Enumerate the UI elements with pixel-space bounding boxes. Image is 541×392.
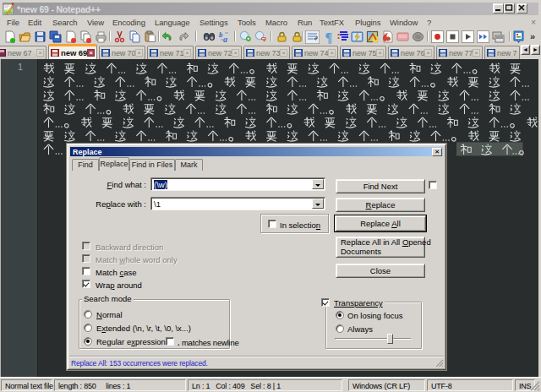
svg-text:¶: ¶ (325, 30, 333, 44)
